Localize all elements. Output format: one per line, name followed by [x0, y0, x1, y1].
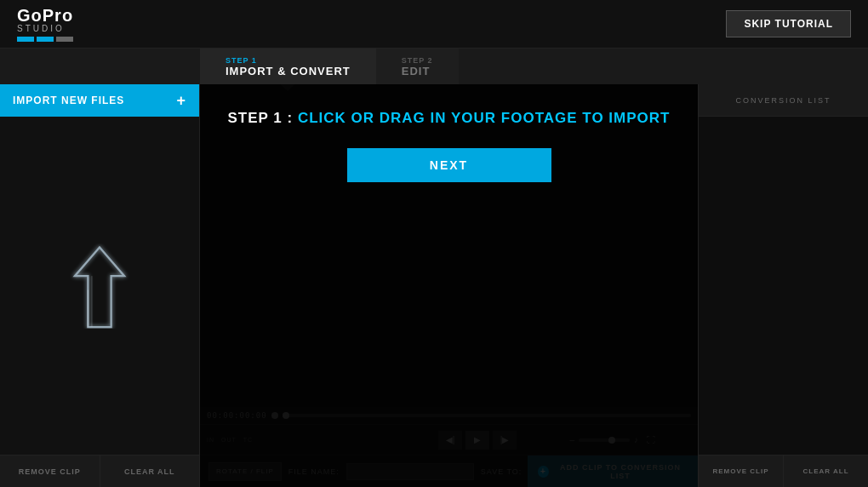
clear-all-button[interactable]: CLEAR ALL: [100, 455, 200, 487]
logo-bar-2: [37, 37, 54, 42]
right-panel-content: [699, 117, 868, 455]
right-panel: CONVERSION LIST REMOVE CLIP CLEAR ALL: [698, 84, 868, 487]
right-remove-clip-button[interactable]: REMOVE CLIP: [699, 455, 784, 487]
logo-gopro-text: GoPro: [17, 7, 73, 24]
header: GoPro STUDIO SKIP TUTORIAL: [0, 0, 868, 49]
upload-arrow-icon: [66, 244, 134, 329]
logo-bars: [17, 37, 73, 42]
tutorial-highlight: CLICK OR DRAG IN YOUR FOOTAGE TO IMPORT: [298, 110, 671, 126]
right-panel-bottom: REMOVE CLIP CLEAR ALL: [699, 455, 868, 487]
step-tabs: STEP 1 IMPORT & CONVERT STEP 2 EDIT: [0, 49, 868, 84]
logo-bar-1: [17, 37, 34, 42]
step2-num: STEP 2: [402, 56, 433, 65]
step2-name: EDIT: [402, 65, 433, 77]
remove-clip-button[interactable]: REMOVE CLIP: [0, 455, 100, 487]
import-label: IMPORT NEW FILES: [13, 95, 124, 106]
plus-icon: +: [176, 92, 186, 110]
tab-step1[interactable]: STEP 1 IMPORT & CONVERT: [200, 49, 376, 84]
upload-arrow: [66, 244, 134, 329]
skip-tutorial-button[interactable]: SKIP TUTORIAL: [726, 10, 851, 37]
svg-marker-0: [75, 247, 124, 327]
main-layout: IMPORT NEW FILES +: [0, 84, 868, 487]
tutorial-message: STEP 1 : CLICK OR DRAG IN YOUR FOOTAGE T…: [228, 110, 671, 127]
right-clear-all-button[interactable]: CLEAR ALL: [784, 455, 868, 487]
tutorial-step-label: STEP 1 :: [228, 110, 294, 126]
sidebar: IMPORT NEW FILES +: [0, 84, 200, 487]
conversion-list-header: CONVERSION LIST: [699, 84, 868, 117]
tutorial-overlay: STEP 1 : CLICK OR DRAG IN YOUR FOOTAGE T…: [200, 84, 698, 487]
step1-num: STEP 1: [226, 56, 351, 65]
next-button[interactable]: NEXT: [347, 148, 551, 182]
center-panel: STEP 1 : CLICK OR DRAG IN YOUR FOOTAGE T…: [200, 84, 698, 487]
tab-step2[interactable]: STEP 2 EDIT: [376, 49, 459, 84]
step1-name: IMPORT & CONVERT: [226, 65, 351, 77]
logo-studio-text: STUDIO: [17, 24, 73, 34]
conversion-list-label: CONVERSION LIST: [735, 96, 831, 105]
sidebar-bottom-controls: REMOVE CLIP CLEAR ALL: [0, 455, 199, 487]
logo: GoPro STUDIO: [17, 7, 73, 42]
import-new-files-button[interactable]: IMPORT NEW FILES +: [0, 84, 199, 117]
logo-bar-3: [56, 37, 73, 42]
sidebar-content: [0, 117, 199, 455]
